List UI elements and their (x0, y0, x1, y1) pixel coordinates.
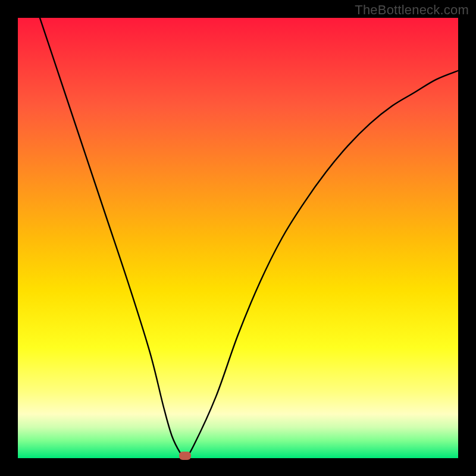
bottleneck-curve-path (40, 18, 458, 458)
watermark-text: TheBottleneck.com (355, 2, 469, 18)
chart-plot-area (18, 18, 458, 458)
optimal-point-marker (179, 452, 191, 460)
chart-curve-svg (18, 18, 458, 458)
